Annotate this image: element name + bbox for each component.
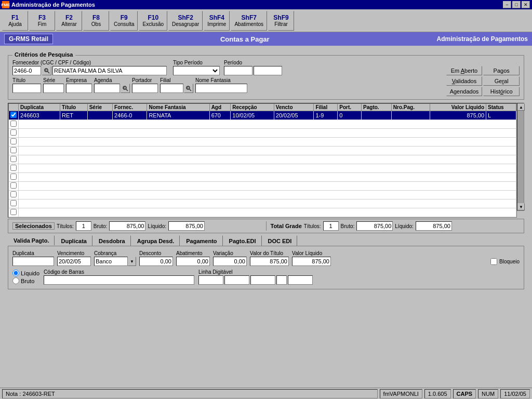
periodo-from-input[interactable] <box>224 66 252 75</box>
empty-check[interactable] <box>10 121 17 127</box>
empty-check[interactable] <box>10 200 17 206</box>
sel-bruto-value[interactable] <box>109 221 145 231</box>
cobranca-dropdown-btn[interactable]: ▼ <box>128 257 136 266</box>
detail-cobranca[interactable] <box>94 257 128 266</box>
table-row <box>9 147 516 155</box>
sel-liquido-value[interactable] <box>168 221 205 231</box>
empty-check[interactable] <box>10 174 17 180</box>
linha-dig-2[interactable] <box>224 275 249 285</box>
serie-input[interactable] <box>43 84 64 93</box>
periodo-label: Período <box>224 60 282 65</box>
toolbar-shf7[interactable]: ShF7 Abatimentos <box>231 11 267 31</box>
filial-input[interactable] <box>160 84 183 93</box>
toolbar-shf4[interactable]: ShF4 Imprime <box>204 11 230 31</box>
toolbar-f8[interactable]: F8 Obs <box>83 11 109 31</box>
filial-search-icon[interactable] <box>184 84 193 93</box>
sel-titulos-label: Títulos: <box>57 223 74 229</box>
empty-check[interactable] <box>10 209 17 215</box>
tot-liquido-value[interactable] <box>416 221 452 231</box>
empty-check[interactable] <box>10 182 17 189</box>
supplier-name-input[interactable] <box>52 66 167 75</box>
agenda-search-icon[interactable] <box>121 84 130 93</box>
toolbar-shf2[interactable]: ShF2 Desagrupar <box>168 11 203 31</box>
supplier-search-icon[interactable] <box>42 66 51 75</box>
sel-titulos-value[interactable] <box>76 221 91 231</box>
detail-variacao[interactable] <box>213 257 247 266</box>
row-port: 0 <box>338 111 362 120</box>
detail-row-1: Duplicata Vencimento Cobrança ▼ Desconto <box>12 250 520 266</box>
em-aberto-button[interactable]: Em Aberto <box>446 66 483 75</box>
agendados-button[interactable]: Agendados <box>446 87 483 96</box>
empty-check[interactable] <box>10 156 17 162</box>
portador-input[interactable] <box>132 84 158 93</box>
agenda-label: Agenda <box>94 77 130 83</box>
action-buttons-panel: Em Aberto Pagos Validados Geral Agendado… <box>446 66 520 96</box>
detail-valor-titulo[interactable] <box>250 257 289 266</box>
tot-bruto-value[interactable] <box>356 221 393 231</box>
table-row <box>9 182 516 191</box>
codigo-barras-input[interactable] <box>44 275 194 285</box>
svg-point-4 <box>187 86 190 89</box>
historico-button[interactable]: Histórico <box>483 87 520 96</box>
row-checkbox[interactable] <box>9 111 19 120</box>
toolbar-f3[interactable]: F3 Fim <box>29 11 55 31</box>
toolbar-f10[interactable]: F10 Exclusão <box>139 11 167 31</box>
toolbar-f1[interactable]: F1 Ajuda <box>2 11 28 31</box>
pagos-button[interactable]: Pagos <box>483 66 520 75</box>
tab-duplicata[interactable]: Duplicata <box>55 235 92 246</box>
toolbar-shf9[interactable]: ShF9 Filtrar <box>268 11 294 31</box>
scroll-up[interactable]: ▲ <box>517 103 525 111</box>
tab-doc-edi[interactable]: DOC EDI <box>262 235 298 246</box>
table-scrollbar[interactable]: ▲ ▼ <box>517 103 524 211</box>
row-check[interactable] <box>10 112 17 118</box>
empty-check[interactable] <box>10 138 17 144</box>
close-button[interactable]: ✕ <box>522 1 530 8</box>
periodo-to-input[interactable] <box>254 66 282 75</box>
brand-label: G-RMS Retail <box>4 34 53 44</box>
tab-agrupa-desd[interactable]: Agrupa Desd. <box>131 235 180 246</box>
tot-titulos-value[interactable] <box>323 221 339 231</box>
tab-pagto-edi[interactable]: Pagto.EDI <box>223 235 262 246</box>
supplier-code-input[interactable] <box>12 66 41 75</box>
detail-vencimento[interactable] <box>57 257 91 266</box>
scroll-down[interactable]: ▼ <box>517 203 525 210</box>
detail-valor-liquido[interactable] <box>292 257 331 266</box>
empty-check[interactable] <box>10 147 17 153</box>
row-pagto <box>362 111 392 120</box>
empresa-input[interactable] <box>66 84 92 93</box>
empty-check[interactable] <box>10 191 17 197</box>
toolbar-f9[interactable]: F9 Consulta <box>110 11 138 31</box>
tipo-periodo-select[interactable] <box>173 66 220 75</box>
maximize-button[interactable]: □ <box>512 1 521 8</box>
table-row <box>9 191 516 200</box>
detail-abatimento[interactable] <box>176 257 210 266</box>
filial-label: Filial <box>160 77 193 83</box>
empty-check[interactable] <box>10 129 17 136</box>
geral-button[interactable]: Geral <box>483 76 520 86</box>
detail-duplicata[interactable] <box>12 257 54 266</box>
serie-label: Série <box>43 77 64 83</box>
barcode-row: Líquido Bruto Código de Barras Linha Dig… <box>12 269 520 285</box>
radio-bruto[interactable] <box>12 277 19 284</box>
agenda-input[interactable] <box>94 84 120 93</box>
linha-dig-4[interactable] <box>276 275 287 285</box>
empty-check[interactable] <box>10 165 17 171</box>
linha-dig-1[interactable] <box>198 275 223 285</box>
linha-dig-3[interactable] <box>250 275 275 285</box>
toolbar-f2[interactable]: F2 Alterar <box>56 11 82 31</box>
radio-liquido[interactable] <box>12 270 19 276</box>
nome-fantasia-input[interactable] <box>195 84 247 93</box>
detail-desconto[interactable] <box>139 257 173 266</box>
bloqueio-checkbox[interactable] <box>490 258 497 265</box>
titulo-input[interactable] <box>12 84 41 93</box>
tab-desdobra[interactable]: Desdobra <box>93 235 131 246</box>
minimize-button[interactable]: − <box>503 1 511 8</box>
tab-pagamento[interactable]: Pagamento <box>180 235 222 246</box>
validados-button[interactable]: Validados <box>446 76 483 86</box>
summary-section: Selecionados Títulos: Bruto: Líquido: To… <box>8 219 524 233</box>
table-row[interactable]: 246603 RET 2466-0 RENATA 670 10/02/05 20… <box>9 111 516 120</box>
page-title: Contas a Pagar <box>53 35 437 43</box>
tab-valida-pagto[interactable]: Valida Pagto. <box>8 235 55 246</box>
linha-dig-5[interactable] <box>288 275 313 285</box>
row-nome-fantasia: RENATA <box>147 111 209 120</box>
